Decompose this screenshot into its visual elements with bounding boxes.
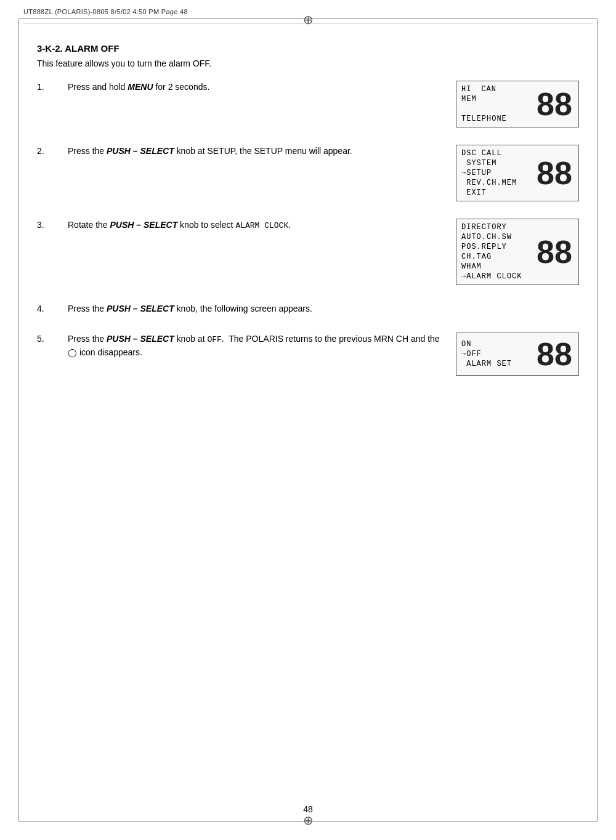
step-3-lcd-text: DIRECTORY AUTO.CH.SW POS.REPLY CH.TAG WH… <box>461 223 535 281</box>
border-left <box>18 18 19 822</box>
lcd-3-line-0: DIRECTORY <box>461 223 535 232</box>
step-5-lcd: ON →OFF ALARM SET 88 <box>456 333 579 376</box>
step-2-number: 2. <box>37 145 68 156</box>
page-header: UT888ZL (POLARIS)-0805 8/5/02 4:50 PM Pa… <box>23 0 593 23</box>
step-3-number: 3. <box>37 219 68 230</box>
border-right <box>597 18 598 822</box>
header-text: UT888ZL (POLARIS)-0805 8/5/02 4:50 PM Pa… <box>23 8 593 15</box>
lcd-3-line-4: WHAM <box>461 262 535 271</box>
step-5-row: 5. Press the PUSH – SELECT knob at OFF. … <box>37 333 579 376</box>
step-4-text: Press the PUSH – SELECT knob, the follow… <box>68 302 456 315</box>
lcd-1-line-3: TELEPHONE <box>461 115 535 123</box>
clock-icon: ◯ <box>68 348 77 357</box>
lcd-2-line-1: SYSTEM <box>461 159 535 168</box>
lcd-5-line-2: ALARM SET <box>461 360 535 368</box>
section-intro: This feature allows you to turn the alar… <box>37 59 579 68</box>
step-2-display: DSC CALL SYSTEM →SETUP REV.CH.MEM EXIT 8… <box>456 145 579 201</box>
step-1-lcd-text: HICAN MEM TELEPHONE <box>461 85 535 123</box>
step-3-row: 3. Rotate the PUSH – SELECT knob to sele… <box>37 219 579 285</box>
step-4-bold: PUSH – SELECT <box>107 304 174 313</box>
step-4-number: 4. <box>37 302 68 313</box>
step-5-number: 5. <box>37 333 68 344</box>
lcd-3-line-1: AUTO.CH.SW <box>461 233 535 241</box>
lcd-2-number: 88 <box>535 157 573 189</box>
lcd-1-line-0: HICAN <box>461 85 535 94</box>
content-area: 3-K-2. ALARM OFF This feature allows you… <box>37 43 579 791</box>
step-1-bold: MENU <box>128 82 153 92</box>
lcd-3-line-2: POS.REPLY <box>461 243 535 251</box>
lcd-3-line-3: CH.TAG <box>461 252 535 261</box>
lcd-1-line-2 <box>461 105 535 113</box>
step-1-text: Press and hold MENU for 2 seconds. <box>68 81 456 94</box>
step-4-row: 4. Press the PUSH – SELECT knob, the fol… <box>37 302 579 315</box>
step-2-row: 2. Press the PUSH – SELECT knob at SETUP… <box>37 145 579 201</box>
lcd-5-number: 88 <box>535 338 573 370</box>
step-1-lcd: HICAN MEM TELEPHONE 88 <box>456 81 579 127</box>
step-1-display: HICAN MEM TELEPHONE 88 <box>456 81 579 127</box>
lcd-5-line-1: →OFF <box>461 350 535 358</box>
step-3-text: Rotate the PUSH – SELECT knob to select … <box>68 219 456 232</box>
step-2-lcd-text: DSC CALL SYSTEM →SETUP REV.CH.MEM EXIT <box>461 149 535 197</box>
step-3-bold: PUSH – SELECT <box>110 220 178 230</box>
step-2-text: Press the PUSH – SELECT knob at SETUP, t… <box>68 145 456 158</box>
lcd-1-number: 88 <box>535 88 573 120</box>
step-5-display: ON →OFF ALARM SET 88 <box>456 333 579 376</box>
lcd-1-line-1: MEM <box>461 95 535 103</box>
step-5-lcd-text: ON →OFF ALARM SET <box>461 340 535 368</box>
step-1-row: 1. Press and hold MENU for 2 seconds. HI… <box>37 81 579 127</box>
section-title: 3-K-2. ALARM OFF <box>37 43 579 54</box>
step-3-lcd: DIRECTORY AUTO.CH.SW POS.REPLY CH.TAG WH… <box>456 219 579 285</box>
step-5-bold: PUSH – SELECT <box>107 334 174 344</box>
lcd-2-line-2: →SETUP <box>461 169 535 177</box>
step-3-display: DIRECTORY AUTO.CH.SW POS.REPLY CH.TAG WH… <box>456 219 579 285</box>
step-5-text: Press the PUSH – SELECT knob at OFF. The… <box>68 333 456 359</box>
lcd-3-number: 88 <box>535 236 573 268</box>
step-2-lcd: DSC CALL SYSTEM →SETUP REV.CH.MEM EXIT 8… <box>456 145 579 201</box>
lcd-2-line-4: EXIT <box>461 188 535 197</box>
step-2-bold: PUSH – SELECT <box>107 146 174 156</box>
lcd-2-line-3: REV.CH.MEM <box>461 179 535 187</box>
lcd-2-line-0: DSC CALL <box>461 149 535 158</box>
lcd-3-line-5: →ALARM CLOCK <box>461 272 535 281</box>
lcd-5-line-0: ON <box>461 340 535 349</box>
step-1-number: 1. <box>37 81 68 92</box>
bottom-crosshair: ⊕ <box>303 813 314 828</box>
